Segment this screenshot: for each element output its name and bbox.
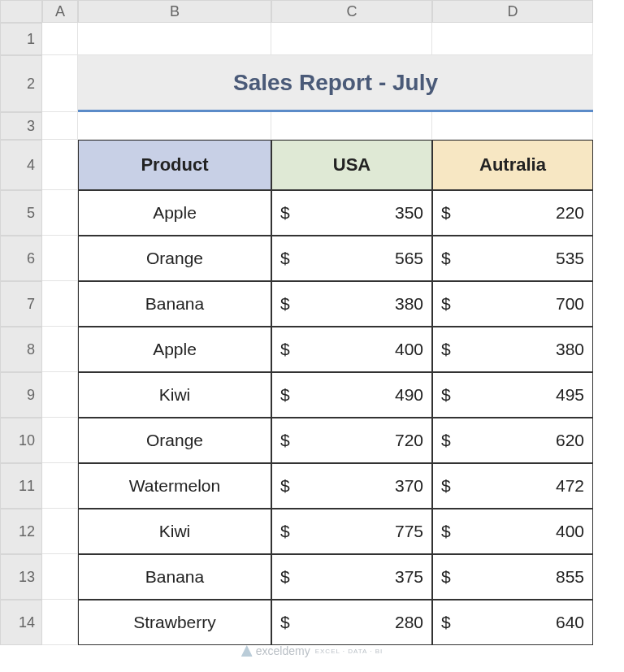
cell-A12[interactable]: [42, 509, 78, 554]
value: 855: [556, 567, 584, 587]
cell-A10[interactable]: [42, 418, 78, 463]
cell-product[interactable]: Apple: [78, 190, 271, 236]
value: 495: [556, 385, 584, 405]
currency-symbol: $: [280, 567, 290, 587]
cell-A8[interactable]: [42, 327, 78, 372]
col-header-A[interactable]: A: [42, 0, 78, 23]
cell-usa[interactable]: $490: [271, 372, 432, 418]
cell-A13[interactable]: [42, 554, 78, 600]
cell-aus[interactable]: $472: [432, 463, 593, 509]
cell-product[interactable]: Orange: [78, 236, 271, 281]
currency-symbol: $: [441, 294, 451, 314]
row-header-5[interactable]: 5: [0, 190, 42, 236]
cell-usa[interactable]: $375: [271, 554, 432, 600]
cell-A1[interactable]: [42, 23, 78, 55]
currency-symbol: $: [280, 249, 290, 268]
cell-A7[interactable]: [42, 281, 78, 327]
col-header-C[interactable]: C: [271, 0, 432, 23]
cell-usa[interactable]: $400: [271, 327, 432, 372]
cell-product[interactable]: Kiwi: [78, 509, 271, 554]
row-header-14[interactable]: 14: [0, 600, 42, 645]
cell-product[interactable]: Banana: [78, 554, 271, 600]
cell-aus[interactable]: $220: [432, 190, 593, 236]
cell-usa[interactable]: $775: [271, 509, 432, 554]
currency-symbol: $: [280, 294, 290, 314]
cell-aus[interactable]: $380: [432, 327, 593, 372]
cell-aus[interactable]: $400: [432, 509, 593, 554]
row-header-12[interactable]: 12: [0, 509, 42, 554]
value: 700: [556, 294, 584, 314]
value: 720: [395, 431, 423, 450]
cell-product[interactable]: Strawberry: [78, 600, 271, 645]
row-header-13[interactable]: 13: [0, 554, 42, 600]
cell-aus[interactable]: $535: [432, 236, 593, 281]
value: 400: [395, 340, 423, 359]
row-header-9[interactable]: 9: [0, 372, 42, 418]
cell-A11[interactable]: [42, 463, 78, 509]
cell-usa[interactable]: $350: [271, 190, 432, 236]
row-header-4[interactable]: 4: [0, 140, 42, 190]
col-header-B[interactable]: B: [78, 0, 271, 23]
cell-B3[interactable]: [78, 112, 271, 140]
cell-usa[interactable]: $370: [271, 463, 432, 509]
value: 620: [556, 431, 584, 450]
cell-usa[interactable]: $720: [271, 418, 432, 463]
row-header-1[interactable]: 1: [0, 23, 42, 55]
watermark-brand: exceldemy: [256, 644, 310, 657]
cell-A5[interactable]: [42, 190, 78, 236]
cell-aus[interactable]: $700: [432, 281, 593, 327]
row-header-3[interactable]: 3: [0, 112, 42, 140]
cell-product[interactable]: Apple: [78, 327, 271, 372]
currency-symbol: $: [441, 385, 451, 405]
cell-A4[interactable]: [42, 140, 78, 190]
row-header-10[interactable]: 10: [0, 418, 42, 463]
currency-symbol: $: [441, 203, 451, 223]
cell-usa[interactable]: $380: [271, 281, 432, 327]
value: 280: [395, 613, 423, 632]
value: 565: [395, 249, 423, 268]
value: 535: [556, 249, 584, 268]
header-usa[interactable]: USA: [271, 140, 432, 190]
value: 400: [556, 522, 584, 541]
cell-product[interactable]: Banana: [78, 281, 271, 327]
cell-aus[interactable]: $495: [432, 372, 593, 418]
currency-symbol: $: [280, 522, 290, 541]
cell-product[interactable]: Watermelon: [78, 463, 271, 509]
row-header-11[interactable]: 11: [0, 463, 42, 509]
currency-symbol: $: [441, 476, 451, 496]
cell-D3[interactable]: [432, 112, 593, 140]
cell-C1[interactable]: [271, 23, 432, 55]
row-header-2[interactable]: 2: [0, 55, 42, 112]
cell-A9[interactable]: [42, 372, 78, 418]
cell-usa[interactable]: $280: [271, 600, 432, 645]
cell-A14[interactable]: [42, 600, 78, 645]
cell-C3[interactable]: [271, 112, 432, 140]
spreadsheet-grid: A B C D 1 2 Sales Report - July 3 4 Prod…: [0, 0, 624, 645]
row-header-8[interactable]: 8: [0, 327, 42, 372]
cell-aus[interactable]: $640: [432, 600, 593, 645]
cell-B1[interactable]: [78, 23, 271, 55]
report-title[interactable]: Sales Report - July: [78, 55, 593, 112]
cell-product[interactable]: Orange: [78, 418, 271, 463]
value: 370: [395, 476, 423, 496]
header-product[interactable]: Product: [78, 140, 271, 190]
cell-D1[interactable]: [432, 23, 593, 55]
cell-A2[interactable]: [42, 55, 78, 112]
currency-symbol: $: [280, 476, 290, 496]
col-header-D[interactable]: D: [432, 0, 593, 23]
cell-A3[interactable]: [42, 112, 78, 140]
currency-symbol: $: [441, 567, 451, 587]
cell-usa[interactable]: $565: [271, 236, 432, 281]
cell-A6[interactable]: [42, 236, 78, 281]
cell-aus[interactable]: $855: [432, 554, 593, 600]
currency-symbol: $: [441, 613, 451, 632]
value: 375: [395, 567, 423, 587]
row-header-7[interactable]: 7: [0, 281, 42, 327]
row-header-6[interactable]: 6: [0, 236, 42, 281]
header-australia[interactable]: Autralia: [432, 140, 593, 190]
value: 490: [395, 385, 423, 405]
value: 380: [395, 294, 423, 314]
cell-aus[interactable]: $620: [432, 418, 593, 463]
select-all-corner[interactable]: [0, 0, 42, 23]
cell-product[interactable]: Kiwi: [78, 372, 271, 418]
